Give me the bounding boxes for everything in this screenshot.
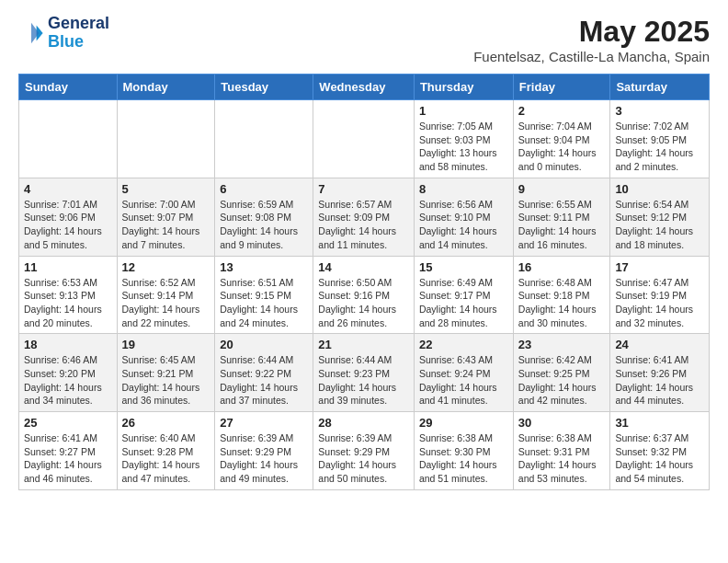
day-info: Sunrise: 6:54 AMSunset: 9:12 PMDaylight:… bbox=[615, 198, 704, 252]
calendar-cell: 24Sunrise: 6:41 AMSunset: 9:26 PMDayligh… bbox=[610, 334, 710, 412]
day-number: 11 bbox=[24, 260, 112, 274]
day-number: 17 bbox=[615, 260, 704, 274]
calendar-cell: 18Sunrise: 6:46 AMSunset: 9:20 PMDayligh… bbox=[19, 334, 118, 412]
calendar-cell: 17Sunrise: 6:47 AMSunset: 9:19 PMDayligh… bbox=[610, 256, 710, 334]
day-info: Sunrise: 6:59 AMSunset: 9:08 PMDaylight:… bbox=[220, 198, 308, 252]
calendar-cell: 9Sunrise: 6:55 AMSunset: 9:11 PMDaylight… bbox=[513, 178, 610, 256]
col-monday: Monday bbox=[117, 75, 215, 100]
day-info: Sunrise: 7:05 AMSunset: 9:03 PMDaylight:… bbox=[419, 120, 508, 174]
day-number: 31 bbox=[615, 416, 704, 430]
header: General Blue May 2025 Fuentelsaz, Castil… bbox=[18, 15, 710, 64]
day-info: Sunrise: 6:39 AMSunset: 9:29 PMDaylight:… bbox=[220, 431, 308, 486]
day-number: 29 bbox=[419, 416, 508, 430]
calendar-cell: 15Sunrise: 6:49 AMSunset: 9:17 PMDayligh… bbox=[414, 256, 513, 334]
day-info: Sunrise: 7:02 AMSunset: 9:05 PMDaylight:… bbox=[615, 120, 704, 174]
calendar-cell: 4Sunrise: 7:01 AMSunset: 9:06 PMDaylight… bbox=[19, 178, 118, 256]
title-block: May 2025 Fuentelsaz, Castille-La Mancha,… bbox=[473, 15, 710, 64]
day-info: Sunrise: 7:04 AMSunset: 9:04 PMDaylight:… bbox=[518, 120, 606, 174]
calendar-cell: 10Sunrise: 6:54 AMSunset: 9:12 PMDayligh… bbox=[610, 178, 710, 256]
day-info: Sunrise: 6:44 AMSunset: 9:23 PMDaylight:… bbox=[318, 353, 409, 408]
calendar-cell: 31Sunrise: 6:37 AMSunset: 9:32 PMDayligh… bbox=[610, 412, 710, 490]
logo-text: General Blue bbox=[48, 15, 109, 52]
day-info: Sunrise: 6:44 AMSunset: 9:22 PMDaylight:… bbox=[220, 353, 308, 408]
day-info: Sunrise: 6:52 AMSunset: 9:14 PMDaylight:… bbox=[122, 276, 210, 330]
day-info: Sunrise: 6:38 AMSunset: 9:31 PMDaylight:… bbox=[518, 431, 606, 486]
calendar-cell: 21Sunrise: 6:44 AMSunset: 9:23 PMDayligh… bbox=[313, 334, 415, 412]
calendar-cell: 20Sunrise: 6:44 AMSunset: 9:22 PMDayligh… bbox=[215, 334, 313, 412]
calendar-cell: 16Sunrise: 6:48 AMSunset: 9:18 PMDayligh… bbox=[513, 256, 610, 334]
calendar-cell: 22Sunrise: 6:43 AMSunset: 9:24 PMDayligh… bbox=[414, 334, 513, 412]
day-number: 5 bbox=[122, 182, 210, 196]
calendar-cell: 11Sunrise: 6:53 AMSunset: 9:13 PMDayligh… bbox=[19, 256, 118, 334]
day-number: 2 bbox=[518, 104, 606, 118]
day-info: Sunrise: 6:49 AMSunset: 9:17 PMDaylight:… bbox=[419, 276, 508, 330]
calendar-cell: 27Sunrise: 6:39 AMSunset: 9:29 PMDayligh… bbox=[215, 412, 313, 490]
day-info: Sunrise: 6:47 AMSunset: 9:19 PMDaylight:… bbox=[615, 276, 704, 330]
day-info: Sunrise: 6:46 AMSunset: 9:20 PMDaylight:… bbox=[24, 353, 112, 408]
day-number: 24 bbox=[615, 338, 704, 351]
logo-icon bbox=[18, 20, 44, 46]
day-info: Sunrise: 6:53 AMSunset: 9:13 PMDaylight:… bbox=[24, 276, 112, 330]
day-number: 1 bbox=[419, 104, 508, 118]
calendar-cell bbox=[19, 100, 118, 178]
day-info: Sunrise: 6:38 AMSunset: 9:30 PMDaylight:… bbox=[419, 431, 508, 486]
calendar-cell: 26Sunrise: 6:40 AMSunset: 9:28 PMDayligh… bbox=[117, 412, 215, 490]
day-number: 8 bbox=[419, 182, 508, 196]
calendar-cell: 6Sunrise: 6:59 AMSunset: 9:08 PMDaylight… bbox=[215, 178, 313, 256]
day-info: Sunrise: 6:42 AMSunset: 9:25 PMDaylight:… bbox=[518, 353, 606, 408]
day-info: Sunrise: 6:55 AMSunset: 9:11 PMDaylight:… bbox=[518, 198, 606, 252]
day-number: 6 bbox=[220, 182, 308, 196]
day-number: 23 bbox=[518, 338, 606, 351]
day-info: Sunrise: 6:43 AMSunset: 9:24 PMDaylight:… bbox=[419, 353, 508, 408]
calendar-cell: 5Sunrise: 7:00 AMSunset: 9:07 PMDaylight… bbox=[117, 178, 215, 256]
day-number: 19 bbox=[122, 338, 210, 351]
svg-marker-1 bbox=[31, 23, 39, 43]
header-row: Sunday Monday Tuesday Wednesday Thursday… bbox=[19, 75, 710, 100]
col-wednesday: Wednesday bbox=[313, 75, 415, 100]
calendar-cell: 30Sunrise: 6:38 AMSunset: 9:31 PMDayligh… bbox=[513, 412, 610, 490]
day-info: Sunrise: 7:00 AMSunset: 9:07 PMDaylight:… bbox=[122, 198, 210, 252]
day-number: 7 bbox=[318, 182, 409, 196]
calendar-cell: 1Sunrise: 7:05 AMSunset: 9:03 PMDaylight… bbox=[414, 100, 513, 178]
calendar-cell: 3Sunrise: 7:02 AMSunset: 9:05 PMDaylight… bbox=[610, 100, 710, 178]
calendar-week-2: 4Sunrise: 7:01 AMSunset: 9:06 PMDaylight… bbox=[19, 178, 710, 256]
calendar-cell bbox=[215, 100, 313, 178]
calendar-cell: 12Sunrise: 6:52 AMSunset: 9:14 PMDayligh… bbox=[117, 256, 215, 334]
day-info: Sunrise: 6:51 AMSunset: 9:15 PMDaylight:… bbox=[220, 276, 308, 330]
calendar-cell: 2Sunrise: 7:04 AMSunset: 9:04 PMDaylight… bbox=[513, 100, 610, 178]
calendar-cell bbox=[117, 100, 215, 178]
calendar-week-5: 25Sunrise: 6:41 AMSunset: 9:27 PMDayligh… bbox=[19, 412, 710, 490]
day-number: 30 bbox=[518, 416, 606, 430]
month-title: May 2025 bbox=[473, 15, 710, 49]
col-friday: Friday bbox=[513, 75, 610, 100]
calendar-cell: 19Sunrise: 6:45 AMSunset: 9:21 PMDayligh… bbox=[117, 334, 215, 412]
day-info: Sunrise: 6:41 AMSunset: 9:27 PMDaylight:… bbox=[24, 431, 112, 486]
col-tuesday: Tuesday bbox=[215, 75, 313, 100]
day-number: 9 bbox=[518, 182, 606, 196]
calendar-cell: 23Sunrise: 6:42 AMSunset: 9:25 PMDayligh… bbox=[513, 334, 610, 412]
calendar-cell: 8Sunrise: 6:56 AMSunset: 9:10 PMDaylight… bbox=[414, 178, 513, 256]
calendar-cell bbox=[313, 100, 415, 178]
calendar-week-3: 11Sunrise: 6:53 AMSunset: 9:13 PMDayligh… bbox=[19, 256, 710, 334]
day-info: Sunrise: 7:01 AMSunset: 9:06 PMDaylight:… bbox=[24, 198, 112, 252]
day-number: 16 bbox=[518, 260, 606, 274]
day-number: 14 bbox=[318, 260, 409, 274]
day-number: 3 bbox=[615, 104, 704, 118]
day-info: Sunrise: 6:48 AMSunset: 9:18 PMDaylight:… bbox=[518, 276, 606, 330]
day-info: Sunrise: 6:45 AMSunset: 9:21 PMDaylight:… bbox=[122, 353, 210, 408]
day-number: 27 bbox=[220, 416, 308, 430]
day-info: Sunrise: 6:40 AMSunset: 9:28 PMDaylight:… bbox=[122, 431, 210, 486]
calendar-week-4: 18Sunrise: 6:46 AMSunset: 9:20 PMDayligh… bbox=[19, 334, 710, 412]
col-saturday: Saturday bbox=[610, 75, 710, 100]
day-info: Sunrise: 6:37 AMSunset: 9:32 PMDaylight:… bbox=[615, 431, 704, 486]
day-number: 28 bbox=[318, 416, 409, 430]
day-number: 22 bbox=[419, 338, 508, 351]
location-title: Fuentelsaz, Castille-La Mancha, Spain bbox=[473, 49, 710, 64]
calendar-cell: 7Sunrise: 6:57 AMSunset: 9:09 PMDaylight… bbox=[313, 178, 415, 256]
page: General Blue May 2025 Fuentelsaz, Castil… bbox=[0, 0, 728, 505]
day-info: Sunrise: 6:39 AMSunset: 9:29 PMDaylight:… bbox=[318, 431, 409, 486]
calendar-cell: 13Sunrise: 6:51 AMSunset: 9:15 PMDayligh… bbox=[215, 256, 313, 334]
day-number: 20 bbox=[220, 338, 308, 351]
calendar-cell: 28Sunrise: 6:39 AMSunset: 9:29 PMDayligh… bbox=[313, 412, 415, 490]
day-info: Sunrise: 6:56 AMSunset: 9:10 PMDaylight:… bbox=[419, 198, 508, 252]
